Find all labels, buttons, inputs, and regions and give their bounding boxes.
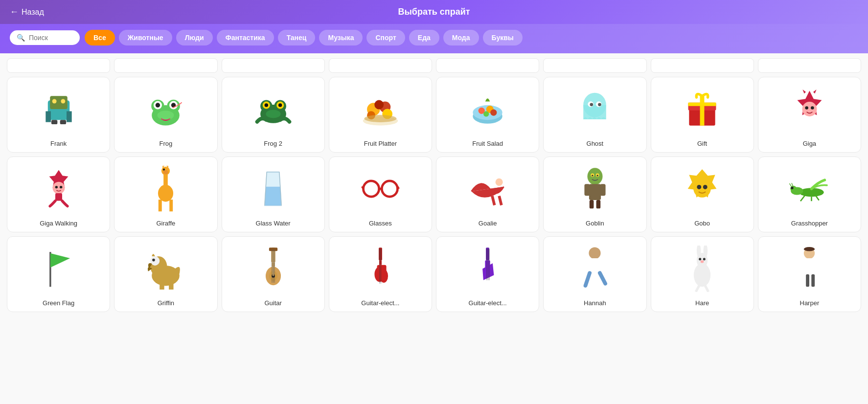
sprite-image-giga-walking bbox=[10, 162, 107, 216]
svg-rect-120 bbox=[377, 265, 386, 276]
svg-rect-46 bbox=[688, 103, 716, 106]
sprite-card-ghost[interactable]: Ghost bbox=[543, 77, 646, 153]
sprite-card-goblin[interactable]: Goblin bbox=[543, 157, 646, 232]
sprite-image-frank bbox=[10, 82, 107, 136]
sprite-card-frank[interactable]: Frank bbox=[7, 77, 110, 153]
filter-btn-sport[interactable]: Спорт bbox=[366, 30, 405, 45]
filter-btn-all[interactable]: Все bbox=[85, 30, 115, 45]
svg-rect-140 bbox=[806, 274, 810, 287]
sprite-image-frog2 bbox=[225, 82, 321, 136]
sprite-label-guitar-elect2: Guitar-elect... bbox=[469, 299, 507, 307]
svg-point-104 bbox=[152, 258, 155, 261]
svg-point-51 bbox=[811, 106, 814, 110]
svg-rect-62 bbox=[170, 200, 173, 211]
svg-point-3 bbox=[61, 99, 65, 104]
sprite-image-griffin bbox=[117, 242, 214, 295]
sprite-image-guitar bbox=[225, 242, 321, 295]
svg-rect-141 bbox=[812, 274, 815, 287]
sprite-card-frog2[interactable]: Frog 2 bbox=[222, 77, 325, 153]
search-input[interactable] bbox=[29, 34, 73, 42]
sprite-image-harper bbox=[761, 242, 858, 295]
svg-point-142 bbox=[804, 247, 815, 251]
filter-btn-fantasy[interactable]: Фантастика bbox=[217, 30, 274, 45]
grid-area: Frank Frog Frog 2 bbox=[0, 53, 868, 317]
sprite-card-frog[interactable]: Frog bbox=[114, 77, 217, 153]
sprite-image-gobo bbox=[654, 162, 751, 216]
svg-point-27 bbox=[374, 100, 384, 109]
svg-point-88 bbox=[697, 185, 701, 189]
filter-bar: 🔍 ВсеЖивотныеЛюдиФантастикаТанецМузыкаСп… bbox=[0, 24, 868, 53]
svg-point-103 bbox=[151, 256, 160, 266]
sprite-image-glass-water bbox=[225, 162, 321, 216]
filter-btn-letters[interactable]: Буквы bbox=[483, 30, 523, 45]
partial-cell bbox=[651, 58, 754, 73]
svg-point-41 bbox=[590, 103, 594, 107]
sprite-card-green-flag[interactable]: Green Flag bbox=[7, 236, 110, 312]
sprite-card-glasses[interactable]: Glasses bbox=[329, 157, 432, 232]
svg-point-49 bbox=[802, 102, 817, 116]
sprite-card-grasshopper[interactable]: Grasshopper bbox=[758, 157, 861, 232]
sprite-card-goalie[interactable]: Goalie bbox=[436, 157, 539, 232]
sprite-card-guitar[interactable]: Guitar bbox=[222, 236, 325, 312]
svg-point-23 bbox=[266, 110, 280, 118]
sprite-card-giga[interactable]: Giga bbox=[758, 77, 861, 153]
svg-point-136 bbox=[703, 258, 706, 260]
svg-rect-6 bbox=[51, 120, 57, 124]
partial-cell bbox=[329, 58, 432, 73]
svg-rect-83 bbox=[600, 184, 605, 196]
sprite-image-fruit-salad bbox=[439, 82, 536, 136]
sprite-card-harper[interactable]: Harper bbox=[758, 236, 861, 312]
svg-point-129 bbox=[589, 247, 601, 259]
svg-point-35 bbox=[483, 111, 489, 116]
svg-point-79 bbox=[592, 175, 593, 176]
svg-point-55 bbox=[52, 181, 65, 194]
filter-btn-dance[interactable]: Танец bbox=[278, 30, 316, 45]
filter-btn-food[interactable]: Еда bbox=[409, 30, 439, 45]
svg-point-73 bbox=[496, 178, 503, 185]
sprite-label-goblin: Goblin bbox=[586, 220, 604, 227]
sprite-card-glass-water[interactable]: Glass Water bbox=[222, 157, 325, 232]
svg-point-15 bbox=[158, 111, 174, 120]
svg-point-135 bbox=[699, 258, 701, 260]
filter-btn-music[interactable]: Музыка bbox=[319, 30, 363, 45]
sprite-card-gift[interactable]: Gift bbox=[651, 77, 754, 153]
sprite-label-frog: Frog bbox=[160, 140, 173, 147]
sprite-image-frog bbox=[117, 82, 214, 136]
svg-rect-106 bbox=[169, 282, 173, 289]
sprite-label-guitar-elect1: Guitar-elect... bbox=[361, 299, 399, 307]
svg-marker-100 bbox=[50, 253, 69, 267]
sprite-grid: Frank Frog Frog 2 bbox=[7, 77, 861, 312]
sprite-card-guitar-elect1[interactable]: Guitar-elect... bbox=[329, 236, 432, 312]
svg-rect-4 bbox=[46, 111, 51, 122]
filter-btn-fashion[interactable]: Мода bbox=[443, 30, 479, 45]
sprite-image-glasses bbox=[332, 162, 429, 216]
sprite-card-hare[interactable]: Hare bbox=[651, 236, 754, 312]
search-box[interactable]: 🔍 bbox=[10, 30, 80, 45]
sprite-label-frog2: Frog 2 bbox=[264, 140, 282, 147]
sprite-label-hannah: Hannah bbox=[584, 299, 606, 307]
svg-point-13 bbox=[156, 103, 160, 107]
filter-btn-animals[interactable]: Животные bbox=[119, 30, 172, 45]
back-button[interactable]: ← Назад bbox=[10, 7, 44, 17]
sprite-card-fruit-platter[interactable]: Fruit Platter bbox=[329, 77, 432, 153]
sprite-card-giga-walking[interactable]: Giga Walking bbox=[7, 157, 110, 232]
svg-rect-58 bbox=[55, 193, 62, 201]
sprite-label-grasshopper: Grasshopper bbox=[791, 220, 828, 227]
sprite-card-guitar-elect2[interactable]: Guitar-elect... bbox=[436, 236, 539, 312]
sprite-card-giraffe[interactable]: Giraffe bbox=[114, 157, 217, 232]
svg-line-98 bbox=[816, 196, 819, 200]
svg-rect-139 bbox=[804, 258, 815, 274]
filter-btn-people[interactable]: Люди bbox=[176, 30, 213, 45]
svg-point-42 bbox=[598, 103, 602, 107]
sprite-card-gobo[interactable]: Gobo bbox=[651, 157, 754, 232]
svg-point-50 bbox=[805, 106, 808, 110]
header-top: ← Назад Выбрать спрайт bbox=[0, 0, 868, 24]
sprite-image-guitar-elect2 bbox=[439, 242, 536, 295]
sprite-label-guitar: Guitar bbox=[264, 299, 281, 307]
svg-rect-117 bbox=[379, 247, 382, 260]
sprite-card-hannah[interactable]: Hannah bbox=[543, 236, 646, 312]
sprite-card-fruit-salad[interactable]: Fruit Salad bbox=[436, 77, 539, 153]
svg-rect-7 bbox=[60, 120, 66, 124]
partial-row bbox=[7, 58, 861, 73]
sprite-card-griffin[interactable]: Griffin bbox=[114, 236, 217, 312]
